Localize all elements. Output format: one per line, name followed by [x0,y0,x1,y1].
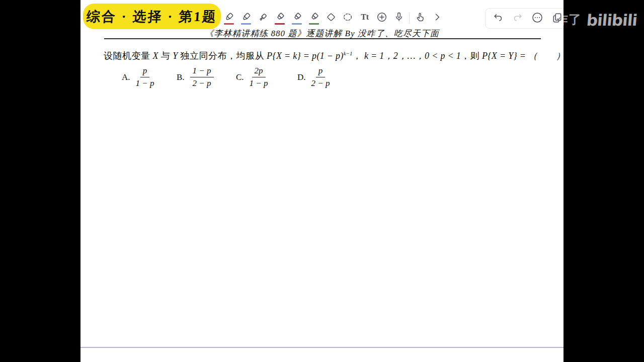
pointing-hand-icon [415,12,426,23]
highlighter-blue-button[interactable] [290,8,303,28]
undo-button[interactable] [493,13,504,25]
text-color-bar [360,23,370,25]
fraction: p 1 − p [136,66,154,88]
title-underline-rule [104,38,541,39]
option-c: C. 2p 1 − p [236,66,268,88]
microphone-button[interactable] [392,8,406,28]
math-var: X [153,51,158,61]
bilibili-logo: bilibili [586,13,638,28]
option-label: B. [177,72,185,82]
fraction-denominator: 2 − p [311,77,330,88]
fraction-denominator: 1 − p [250,77,268,88]
math-formula: k = 1，2，…，0 < p < 1 [364,51,461,61]
option-label: D. [297,72,306,82]
option-label: C. [236,72,244,82]
fraction-numerator: 1 − p [190,66,214,77]
highlighter-green-color-bar [309,23,319,25]
more-tools-button[interactable] [431,8,444,28]
lasso-select-button[interactable] [341,8,354,28]
fraction-numerator: p [140,66,150,77]
pointer-color-bar [415,23,425,25]
math-superscript: k−1 [344,50,353,56]
pen-red-color-bar [224,23,234,25]
highlighter-dark-red-button[interactable] [273,8,286,28]
pages-button[interactable] [551,13,563,25]
insert-button[interactable] [375,8,388,28]
bilibili-watermark: 咋了 bilibili [555,11,637,28]
pen-icon [240,12,252,23]
section-banner: 综合 · 选择 · 第1题 [83,4,221,29]
fraction-denominator: 1 − p [136,77,154,88]
more-options-button[interactable] [531,13,543,25]
ellipsis-circle-icon [531,12,543,25]
pen-icon [223,12,234,23]
chevron-right-icon [432,12,442,22]
option-label: A. [122,72,130,82]
text-tool-icon: Tt [361,12,369,23]
redo-icon [512,12,523,25]
ballpoint-pen-icon [258,12,269,23]
note-canvas[interactable]: 综合 · 选择 · 第1题 [80,0,564,362]
redo-button[interactable] [512,13,524,25]
problem-text: 设随机变量 [104,51,153,61]
fraction: 1 − p 2 − p [190,66,214,88]
math-formula: P{X = k} = p(1 − p) [267,51,344,61]
microphone-icon [393,12,405,23]
plus-circle-icon [376,12,387,23]
problem-text: ，则 [461,51,482,61]
fraction-denominator: 2 − p [193,77,211,88]
video-frame: 咋了 bilibili 综合 · 选择 · 第1题 [0,0,644,362]
problem-statement: 设随机变量 X 与 Y 独立同分布，均服从 P{X = k} = p(1 − p… [104,46,549,63]
highlighter-red-color-bar [275,23,285,25]
pen-blue-color-bar [241,23,251,25]
document-title: 《李林精讲精练 880 题》逐题讲解 By 没咋了、吃尽天下面 [80,28,564,39]
fraction: p 2 − p [311,66,330,88]
history-panel [485,8,564,29]
option-d: D. p 2 − p [297,66,330,88]
lasso-icon [342,12,353,23]
toolbar-divider [409,13,410,24]
lasso-color-bar [343,23,353,25]
eraser-icon [326,12,337,23]
problem-text: 独立同分布，均服从 [178,51,267,61]
highlighter-blue-color-bar [292,23,302,25]
fraction-numerator: 2p [252,66,266,77]
insert-color-bar [377,23,387,25]
highlighter-icon [308,12,319,23]
text-tool-button[interactable]: Tt [358,8,371,28]
ballpoint-pen-button[interactable] [257,8,270,28]
fraction: 2p 1 − p [250,66,268,88]
drawing-toolbar: Tt [217,7,449,29]
eraser-button[interactable] [325,8,338,28]
problem-text: 与 [158,51,173,61]
eraser-color-bar [326,23,336,25]
math-formula: P{X = Y} = （ ）. [482,51,564,61]
mic-color-bar [394,23,404,25]
highlighter-green-button[interactable] [307,8,320,28]
ballpoint-color-bar [258,23,268,25]
option-b: B. 1 − p 2 − p [177,66,214,88]
option-a: A. p 1 − p [122,66,154,88]
page-divider-line [80,347,564,348]
undo-icon [493,12,504,25]
problem-text: ， [352,51,364,61]
pen-red-button[interactable] [222,8,235,28]
pointer-hand-button[interactable] [414,8,427,28]
pages-icon [551,12,563,25]
fraction-numerator: p [316,66,326,77]
math-var: Y [173,51,178,61]
pen-blue-button[interactable] [239,8,253,28]
more-color-bar [432,23,442,24]
highlighter-icon [274,12,285,23]
banner-label: 综合 · 选择 · 第1题 [86,8,218,26]
highlighter-icon [291,12,302,23]
